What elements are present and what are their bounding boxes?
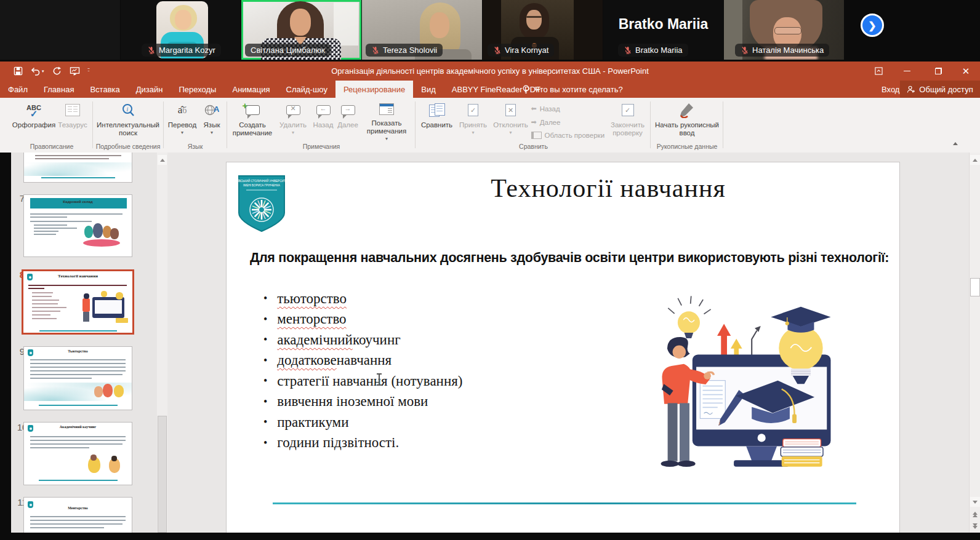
next-participants-button[interactable]: ❯ [861, 14, 884, 37]
tell-me-box[interactable]: Что вы хотите сделать? [522, 81, 623, 98]
participant-tile-empty[interactable] [0, 0, 120, 60]
previous-comment-button[interactable]: ← Назад [311, 100, 335, 141]
thumbnail-illustration [93, 383, 127, 402]
end-review-button[interactable]: ✓ Закончить проверку [606, 100, 649, 141]
participant-tile-natalia[interactable]: Наталія Мачинська [724, 0, 844, 60]
slide-canvas[interactable]: КИЇВСЬКИЙ СТОЛИЧНИЙ УНІВЕРСИТЕТ ІМЕНІ БО… [226, 162, 900, 533]
restore-button[interactable] [928, 62, 949, 81]
thumbnail-slide-6-partial[interactable] [23, 153, 132, 183]
tab-design[interactable]: Дизайн [128, 81, 171, 98]
bullet-item: години підзвітності. [263, 433, 462, 454]
slide-bullet-list[interactable]: тьюторство менторство академічний коучин… [263, 288, 462, 453]
translate-button[interactable]: а̂б Перевод ▾ [166, 100, 199, 141]
compare-icon [429, 101, 445, 119]
ribbon-display-options-icon [875, 67, 883, 75]
participant-tile-svitlana[interactable]: Світлана Цимбалюк [241, 0, 361, 60]
tab-home[interactable]: Главная [36, 81, 82, 98]
reject-button[interactable]: ✕ Отклонить ▾ [491, 100, 531, 141]
tab-file[interactable]: Файл [0, 81, 36, 98]
slide-lead-text[interactable]: Для покращення навчальних досягнень здоб… [250, 247, 890, 268]
minimize-button[interactable] [896, 62, 917, 81]
new-comment-icon: + [246, 101, 260, 119]
svg-text:i: i [127, 106, 129, 113]
thumbnail-title: Тьюторство [24, 349, 132, 353]
share-button[interactable]: Общий доступ [900, 81, 980, 98]
new-comment-button[interactable]: + Создать примечание [230, 100, 275, 141]
participant-nameplate: Vira Kornyat [488, 44, 554, 57]
delete-comment-icon: ✕ [286, 101, 300, 119]
thumbnail-slide-11[interactable]: Менторство [23, 497, 132, 533]
next-comment-button[interactable]: → Далее [335, 100, 360, 141]
delete-comment-button[interactable]: ✕ Удалить ▾ [275, 100, 311, 141]
spelling-icon: ABC✓ [26, 101, 41, 119]
show-comments-button[interactable]: Показать примечания ▾ [360, 100, 413, 141]
accept-button[interactable]: ✓ Принять ▾ [456, 100, 491, 141]
thumbnail-slide-10[interactable]: Академічний коучинг [23, 422, 132, 485]
compare-button[interactable]: Сравнить [418, 100, 456, 141]
participant-name: Наталія Мачинська [752, 46, 824, 55]
smart-lookup-icon: i [121, 101, 135, 119]
group-label: Рукописные данные [652, 143, 722, 150]
mic-muted-icon [624, 46, 632, 55]
group-label: Сравнить [417, 143, 649, 150]
show-comments-icon [379, 101, 394, 117]
tab-animations[interactable]: Анимация [224, 81, 278, 98]
spelling-button[interactable]: ABC✓ Орфография [13, 100, 55, 141]
tab-view[interactable]: Вид [413, 81, 444, 98]
letterbox-left [0, 153, 11, 533]
learning-illustration [632, 284, 898, 476]
thumbnail-title: Академічний коучинг [24, 425, 132, 429]
thesaurus-button[interactable]: Тезаурус [55, 100, 90, 141]
review-forward-button[interactable]: ➡ Далее [531, 117, 606, 128]
thumbnail-slide-8-selected[interactable]: Технології навчання [22, 269, 134, 335]
thumbnail-slide-9[interactable]: Тьюторство [23, 346, 132, 410]
collapse-ribbon-button[interactable] [953, 142, 958, 145]
thumbnail-scroll-up-button[interactable] [158, 155, 167, 165]
participant-name: Tereza Sholovii [383, 46, 437, 55]
scrollbar-thumb[interactable] [970, 278, 980, 296]
reviewing-pane-button[interactable]: Область проверки [531, 130, 606, 141]
next-slide-button[interactable] [970, 521, 980, 531]
ribbon-display-options-button[interactable] [868, 62, 889, 81]
thumbnail-slide-7[interactable]: Кадровий склад [23, 194, 132, 257]
start-inking-button[interactable]: Начать рукописный ввод [653, 100, 721, 141]
mic-muted-icon [147, 46, 156, 55]
reviewing-pane-icon [531, 132, 542, 139]
accept-icon: ✓ [468, 101, 478, 119]
slide-divider-line [273, 502, 856, 504]
participant-nameplate: Bratko Mariia [618, 44, 688, 57]
scroll-down-button[interactable] [970, 497, 980, 507]
close-button[interactable]: ✕ [955, 62, 976, 81]
participant-nameplate: Світлана Цимбалюк [245, 44, 331, 57]
participant-nameplate: Наталія Мачинська [735, 44, 829, 57]
mic-muted-icon [741, 46, 749, 55]
smart-lookup-button[interactable]: i Интеллектуальный поиск [95, 100, 161, 141]
participant-tile-tereza[interactable]: Tereza Sholovii [362, 0, 482, 60]
review-back-button[interactable]: ⬅ Назад [531, 103, 606, 114]
person-plus-icon [907, 85, 915, 93]
language-button[interactable]: A Язык ▾ [199, 100, 225, 141]
restore-icon [935, 68, 942, 74]
tab-insert[interactable]: Вставка [82, 81, 127, 98]
tab-review[interactable]: Рецензирование [335, 81, 413, 98]
slide-title[interactable]: Технології навчання [411, 173, 805, 203]
scroll-up-button[interactable] [970, 155, 980, 165]
bullet-item: додаткове навчання [263, 351, 462, 371]
thumbnail-illustration [86, 455, 126, 477]
thumbnail-scrollbar-thumb[interactable] [158, 416, 167, 533]
participant-name: Bratko Mariia [635, 46, 683, 55]
previous-slide-button[interactable] [970, 509, 980, 519]
participant-tile-margarita[interactable]: Margarita Kozyr [121, 0, 241, 60]
thumbnail-scrollbar[interactable] [157, 153, 167, 533]
slide-scrollbar[interactable] [969, 153, 980, 533]
participant-tile-vira[interactable]: Vira Kornyat [483, 0, 603, 60]
participant-tile-bratko[interactable]: Bratko Mariia Bratko Mariia [603, 0, 723, 60]
logo-emblem [250, 198, 273, 221]
participant-card-name: Bratko Mariia [603, 16, 723, 33]
group-proofing: ABC✓ Орфография Тезаурус Правописание [12, 98, 91, 152]
tab-transitions[interactable]: Переходы [171, 81, 224, 98]
group-label: Язык [165, 143, 225, 150]
thumbnail-illustration [80, 291, 129, 324]
tab-slideshow[interactable]: Слайд-шоу [278, 81, 335, 98]
window-title: Організація діяльності центрів академічн… [0, 62, 980, 81]
